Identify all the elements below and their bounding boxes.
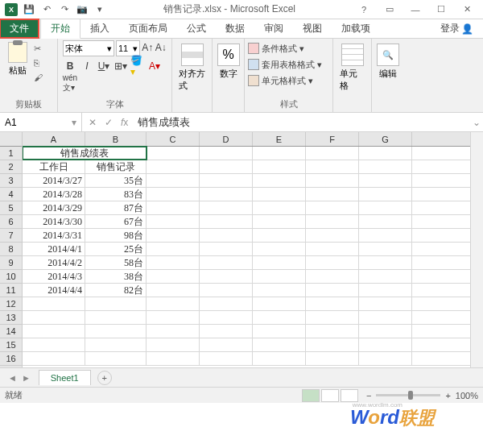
col-header[interactable]: B xyxy=(85,132,147,146)
cell[interactable] xyxy=(200,325,253,338)
tab-review[interactable]: 审阅 xyxy=(254,19,293,38)
cell[interactable] xyxy=(359,215,412,228)
zoom-slider[interactable] xyxy=(376,394,440,396)
row-header[interactable]: 2 xyxy=(0,160,22,174)
cell[interactable] xyxy=(359,256,412,269)
vertical-scrollbar[interactable] xyxy=(470,132,483,367)
italic-button[interactable]: I xyxy=(80,59,94,73)
row-header[interactable]: 5 xyxy=(0,201,22,215)
cell[interactable]: 98台 xyxy=(85,229,147,242)
cell[interactable] xyxy=(253,338,306,351)
cell[interactable] xyxy=(306,284,359,297)
cell[interactable]: 2014/3/30 xyxy=(23,215,85,228)
cell[interactable] xyxy=(306,352,359,365)
cell[interactable] xyxy=(147,160,200,173)
redo-icon[interactable]: ↷ xyxy=(56,2,72,18)
cell[interactable] xyxy=(200,201,253,214)
zoom-out-icon[interactable]: − xyxy=(366,391,371,400)
cell[interactable] xyxy=(359,311,412,324)
cell[interactable] xyxy=(253,229,306,242)
cell[interactable] xyxy=(200,270,253,283)
row-header[interactable]: 9 xyxy=(0,256,22,270)
cell[interactable] xyxy=(147,284,200,297)
cell[interactable] xyxy=(85,297,147,310)
cell[interactable] xyxy=(359,147,412,160)
cells-button[interactable]: 单元格 xyxy=(338,40,366,95)
cell[interactable]: 25台 xyxy=(85,243,147,255)
cell[interactable] xyxy=(200,174,253,187)
cell[interactable] xyxy=(147,243,200,255)
cell[interactable] xyxy=(306,311,359,324)
cell[interactable] xyxy=(147,256,200,269)
font-color-icon[interactable]: A▾ xyxy=(147,59,162,73)
cell[interactable]: 87台 xyxy=(85,201,147,214)
phonetic-icon[interactable]: wén文▾ xyxy=(63,76,77,90)
cell[interactable] xyxy=(253,160,306,173)
col-header[interactable]: D xyxy=(200,132,253,146)
cell[interactable] xyxy=(306,325,359,338)
cell[interactable]: 2014/4/2 xyxy=(23,256,85,269)
cell[interactable] xyxy=(200,352,253,365)
cell[interactable] xyxy=(359,297,412,310)
cell[interactable]: 2014/4/1 xyxy=(23,243,85,255)
normal-view-icon[interactable] xyxy=(302,389,320,402)
cell[interactable] xyxy=(306,201,359,214)
cell[interactable]: 82台 xyxy=(85,284,147,297)
font-size-select[interactable]: 11▾ xyxy=(116,40,140,56)
cell[interactable]: 35台 xyxy=(85,174,147,187)
cell[interactable] xyxy=(147,325,200,338)
font-name-select[interactable]: 宋体▾ xyxy=(63,40,114,56)
cell[interactable] xyxy=(147,215,200,228)
cell[interactable] xyxy=(359,188,412,201)
col-header[interactable]: C xyxy=(147,132,200,146)
cell[interactable] xyxy=(200,147,253,160)
cell[interactable]: 2014/3/29 xyxy=(23,201,85,214)
header-cell[interactable]: 销售记录 xyxy=(85,160,147,173)
formula-input[interactable]: 销售成绩表 xyxy=(134,115,470,130)
cell[interactable]: 2014/3/28 xyxy=(23,188,85,201)
page-layout-view-icon[interactable] xyxy=(321,389,339,402)
increase-font-icon[interactable]: A↑ xyxy=(142,40,153,55)
cell[interactable]: 67台 xyxy=(85,215,147,228)
cell[interactable] xyxy=(200,215,253,228)
help-icon[interactable]: ? xyxy=(354,2,374,18)
cell[interactable] xyxy=(200,243,253,255)
col-header[interactable]: G xyxy=(359,132,412,146)
fill-color-icon[interactable]: 🪣▾ xyxy=(130,59,145,73)
row-header[interactable]: 16 xyxy=(0,352,22,366)
camera-icon[interactable]: 📷 xyxy=(74,2,90,18)
cell[interactable]: 2014/3/31 xyxy=(23,229,85,242)
cell[interactable] xyxy=(147,338,200,351)
sheet-nav-next-icon[interactable]: ► xyxy=(22,373,31,383)
row-header[interactable]: 10 xyxy=(0,270,22,284)
excel-app-icon[interactable]: X xyxy=(3,2,19,18)
cell[interactable] xyxy=(85,352,147,365)
cell[interactable] xyxy=(200,188,253,201)
cell[interactable] xyxy=(147,147,200,160)
expand-formula-icon[interactable]: ⌄ xyxy=(470,117,483,128)
cell[interactable] xyxy=(359,160,412,173)
cell[interactable] xyxy=(253,297,306,310)
zoom-in-icon[interactable]: + xyxy=(445,391,450,400)
cell[interactable] xyxy=(359,352,412,365)
cell[interactable] xyxy=(253,352,306,365)
cell[interactable] xyxy=(200,229,253,242)
cell[interactable] xyxy=(200,284,253,297)
maximize-icon[interactable]: ☐ xyxy=(431,2,451,18)
underline-button[interactable]: U▾ xyxy=(97,59,111,73)
row-header[interactable]: 7 xyxy=(0,229,22,243)
cell[interactable] xyxy=(147,188,200,201)
paste-button[interactable]: 粘贴 xyxy=(5,40,31,84)
cell-style-button[interactable]: 单元格样式▾ xyxy=(248,73,329,89)
cell[interactable] xyxy=(23,352,85,365)
cell[interactable] xyxy=(147,270,200,283)
tab-formula[interactable]: 公式 xyxy=(177,19,216,38)
save-icon[interactable]: 💾 xyxy=(21,2,37,18)
cell[interactable] xyxy=(306,338,359,351)
cell[interactable] xyxy=(23,311,85,324)
row-header[interactable]: 8 xyxy=(0,243,22,256)
zoom-level[interactable]: 100% xyxy=(456,391,478,400)
cell[interactable] xyxy=(359,229,412,242)
row-header[interactable]: 12 xyxy=(0,297,22,311)
col-header[interactable]: A xyxy=(23,132,85,146)
